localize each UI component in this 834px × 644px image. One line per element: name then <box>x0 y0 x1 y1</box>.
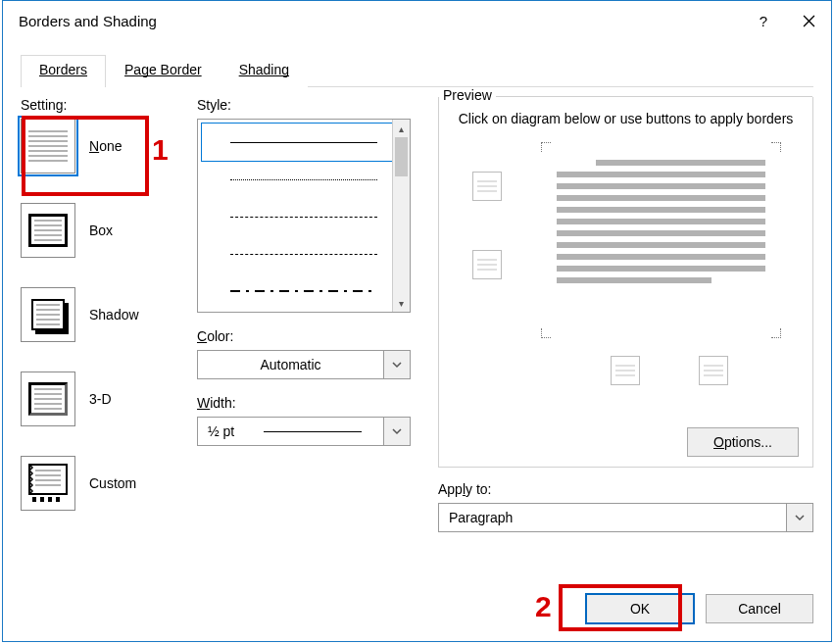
color-combo[interactable]: Automatic <box>197 350 411 379</box>
setting-shadow[interactable]: Shadow <box>21 287 177 342</box>
color-value: Automatic <box>197 350 383 379</box>
width-sample-line <box>264 431 362 432</box>
setting-none-label: None <box>89 138 122 154</box>
style-label: Style: <box>197 97 418 113</box>
style-dashed-fine[interactable] <box>202 198 406 235</box>
apply-to-label: Apply to: <box>438 481 813 497</box>
preview-group: Preview Click on diagram below or use bu… <box>438 97 813 468</box>
width-label: Width: <box>197 395 418 411</box>
style-scrollbar[interactable]: ▴ ▾ <box>392 120 410 312</box>
setting-shadow-label: Shadow <box>89 307 139 322</box>
apply-to-value: Paragraph <box>438 503 786 532</box>
options-button[interactable]: Options... <box>687 427 799 457</box>
style-dashed[interactable] <box>202 235 406 272</box>
setting-label: Setting: <box>21 97 177 113</box>
scroll-down-icon[interactable]: ▾ <box>393 294 410 312</box>
scroll-up-icon[interactable]: ▴ <box>393 120 410 137</box>
width-value: ½ pt <box>197 417 383 446</box>
setting-3d-icon <box>21 372 75 426</box>
titlebar: Borders and Shading ? <box>3 1 831 40</box>
cancel-button[interactable]: Cancel <box>706 594 813 623</box>
right-border-button[interactable] <box>699 356 728 385</box>
svg-rect-3 <box>32 497 36 502</box>
color-dropdown-button[interactable] <box>383 350 411 379</box>
style-dash-dot[interactable] <box>202 272 406 310</box>
tabstrip: Borders Page Border Shading <box>21 54 813 87</box>
setting-box[interactable]: Box <box>21 203 177 258</box>
preview-hint: Click on diagram below or use buttons to… <box>453 111 799 126</box>
tab-page-border[interactable]: Page Border <box>106 55 221 87</box>
style-dotted[interactable] <box>202 161 406 198</box>
style-list[interactable]: ▴ ▾ <box>197 119 411 313</box>
tab-shading[interactable]: Shading <box>221 55 308 87</box>
setting-shadow-icon <box>21 287 75 342</box>
bottom-border-button[interactable] <box>472 250 502 279</box>
width-dropdown-button[interactable] <box>383 417 411 446</box>
setting-3d[interactable]: 3-D <box>21 372 177 426</box>
tab-borders[interactable]: Borders <box>21 55 106 87</box>
left-border-button[interactable] <box>611 356 640 385</box>
setting-custom[interactable]: Custom <box>21 456 177 511</box>
setting-none[interactable]: None <box>21 119 177 173</box>
style-solid[interactable] <box>202 124 406 161</box>
dialog-title: Borders and Shading <box>19 13 157 29</box>
setting-custom-icon <box>21 456 75 511</box>
preview-diagram[interactable] <box>453 142 799 338</box>
color-label: Color: <box>197 328 418 344</box>
top-border-button[interactable] <box>472 172 502 201</box>
setting-box-label: Box <box>89 223 113 238</box>
setting-none-icon <box>21 119 75 173</box>
scroll-thumb[interactable] <box>395 137 408 176</box>
svg-rect-5 <box>48 497 52 502</box>
apply-to-combo[interactable]: Paragraph <box>438 503 813 532</box>
width-combo[interactable]: ½ pt <box>197 417 411 446</box>
setting-3d-label: 3-D <box>89 391 112 407</box>
apply-to-dropdown-button[interactable] <box>786 503 813 532</box>
preview-label: Preview <box>439 87 496 103</box>
svg-rect-4 <box>40 497 44 502</box>
help-button[interactable]: ? <box>741 6 786 35</box>
ok-button[interactable]: OK <box>586 594 694 623</box>
setting-custom-label: Custom <box>89 475 136 491</box>
setting-box-icon <box>21 203 75 258</box>
svg-rect-6 <box>56 497 60 502</box>
close-button[interactable] <box>786 6 831 35</box>
